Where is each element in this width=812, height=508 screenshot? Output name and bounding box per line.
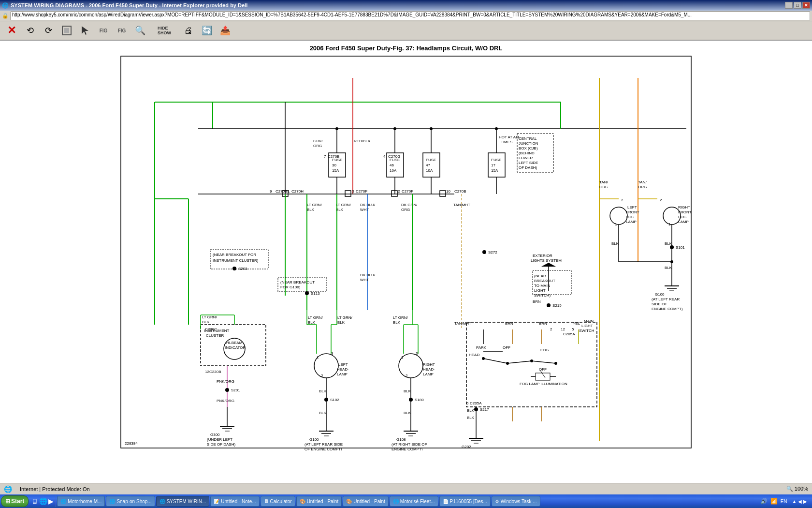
taskbar-item-7[interactable]: 🌐Motorisé Fleet... <box>390 496 438 507</box>
close-toolbar-btn[interactable]: ✕ <box>3 22 20 39</box>
window-title: SYSTEM WIRING DIAGRAMS - 2006 Ford F450 … <box>11 2 247 8</box>
status-text: Internet | Protected Mode: On <box>20 486 90 492</box>
svg-text:TAN/MHT: TAN/MHT <box>454 321 471 326</box>
svg-text:ORG: ORG <box>638 185 647 189</box>
svg-text:SIDE OF DASH): SIDE OF DASH) <box>207 442 235 447</box>
taskbar-item-4[interactable]: 🖩Calculator <box>261 496 295 507</box>
svg-text:LAMP: LAMP <box>337 372 348 376</box>
svg-point-264 <box>506 362 509 365</box>
maximize-btn[interactable]: □ <box>794 2 801 9</box>
svg-text:EXTERIOR: EXTERIOR <box>533 254 552 258</box>
title-bar-left: 🌐 SYSTEM WIRING DIAGRAMS - 2006 Ford F45… <box>2 2 247 9</box>
svg-text:MAIN: MAIN <box>584 319 594 323</box>
svg-text:LAMP: LAMP <box>423 372 434 376</box>
svg-point-145 <box>670 245 674 249</box>
svg-point-82 <box>335 127 338 130</box>
svg-text:G202: G202 <box>462 445 471 449</box>
svg-text:15A: 15A <box>332 168 339 173</box>
svg-text:FUSE: FUSE <box>491 158 501 162</box>
svg-text:1: 1 <box>668 222 671 226</box>
start-button[interactable]: ⊞ Start <box>1 495 29 507</box>
fig2-btn[interactable]: FIG <box>113 22 130 39</box>
diagram-container: 2006 Ford F450 Super Duty-Fig. 37: Headl… <box>0 41 812 494</box>
svg-text:2: 2 <box>321 374 323 378</box>
browser-icon: 🌐 <box>2 2 9 9</box>
address-bar: 🔒 http://www.shopkey5.com/mric/common/as… <box>0 11 812 21</box>
search-btn[interactable]: 🔍 <box>131 22 149 39</box>
svg-text:6: 6 <box>466 401 469 405</box>
svg-text:TAN/: TAN/ <box>599 180 608 184</box>
svg-text:G300: G300 <box>210 433 220 437</box>
svg-text:LIGHT: LIGHT <box>534 288 546 293</box>
svg-text:2: 2 <box>621 198 624 202</box>
svg-text:ORG: ORG <box>401 208 410 212</box>
svg-text:FOG: FOG <box>626 215 634 219</box>
svg-text:C220C: C220C <box>205 327 217 331</box>
taskbar-item-5[interactable]: 🎨Untitled - Paint <box>296 496 342 507</box>
cursor-btn[interactable] <box>76 22 94 39</box>
svg-point-85 <box>495 127 498 130</box>
svg-text:10A: 10A <box>390 168 397 173</box>
system-tray: 🔊 📶 EN ▲ ◀ ▶ <box>760 498 811 505</box>
svg-text:SWITCH): SWITCH) <box>534 293 551 298</box>
prev-btn[interactable]: ⟲ <box>21 22 39 39</box>
svg-text:FRONT: FRONT <box>626 210 639 214</box>
svg-text:S113: S113 <box>311 291 320 296</box>
wmp-icon[interactable]: ▶ <box>48 497 54 505</box>
taskbar-item-6[interactable]: 🎨Untitled - Paint <box>343 496 389 507</box>
taskbar-item-3[interactable]: 📝Untitled - Note... <box>210 496 259 507</box>
svg-text:ORG: ORG <box>599 185 608 189</box>
fig-btn[interactable]: FIG <box>95 22 112 39</box>
svg-text:ORG: ORG <box>313 144 322 148</box>
address-input[interactable]: http://www.shopkey5.com/mric/common/asp/… <box>11 12 810 20</box>
close-btn[interactable]: ✕ <box>802 2 810 9</box>
svg-point-265 <box>530 359 533 362</box>
svg-point-83 <box>393 127 396 130</box>
hide-show-btn[interactable]: HIDESHOW <box>150 22 179 39</box>
svg-text:LEFT: LEFT <box>338 362 348 367</box>
svg-point-177 <box>225 388 229 392</box>
svg-text:BLK: BLK <box>202 320 210 324</box>
svg-text:FOG LAMP ILLUMINATION: FOG LAMP ILLUMINATION <box>520 382 567 386</box>
clock: ▲ ◀ ▶ <box>790 499 809 504</box>
export-btn[interactable]: 📤 <box>217 22 234 39</box>
svg-text:PARK: PARK <box>476 345 487 350</box>
svg-point-84 <box>430 127 433 130</box>
svg-text:BLK: BLK <box>319 389 327 393</box>
show-desktop-icon[interactable]: 🖥 <box>31 497 38 505</box>
taskbar-item-0[interactable]: 🌐Motorhome M... <box>57 496 105 507</box>
wiring-diagram: FUSE 30 15A FUSE 46 10A FUSE 47 10A FUSE… <box>116 54 696 450</box>
fitpage-btn[interactable] <box>58 22 75 39</box>
taskbar-item-9[interactable]: ⚙Windows Task ... <box>492 496 540 507</box>
svg-text:C220B: C220B <box>209 370 221 374</box>
svg-text:ENGINE COMPT): ENGINE COMPT) <box>652 307 683 311</box>
svg-text:LIGHT: LIGHT <box>581 324 593 328</box>
taskbar-item-1[interactable]: 🌐Snap-on Shop... <box>106 496 155 507</box>
print-btn[interactable]: 🖨 <box>180 22 197 39</box>
svg-text:46: 46 <box>390 163 394 167</box>
svg-text:1: 1 <box>317 355 319 359</box>
svg-text:S180: S180 <box>415 398 424 402</box>
svg-text:S201: S201 <box>231 388 240 392</box>
svg-text:C205A: C205A <box>470 401 482 405</box>
svg-text:BLK: BLK <box>308 320 316 325</box>
quick-launch: 🖥 🌐 ▶ <box>29 495 56 507</box>
refresh-btn[interactable]: 🔄 <box>198 22 216 39</box>
svg-text:(AT RIGHT SIDE OF: (AT RIGHT SIDE OF <box>392 442 427 447</box>
svg-text:LT GRN/: LT GRN/ <box>308 315 323 320</box>
svg-text:LEFT SIDE: LEFT SIDE <box>519 161 538 165</box>
taskbar-item-2[interactable]: 🌐SYSTEM WIRIN... <box>156 496 210 507</box>
next-btn[interactable]: ⟳ <box>40 22 57 39</box>
svg-text:(UNDER LEFT: (UNDER LEFT <box>207 437 232 442</box>
svg-text:DK BLU/: DK BLU/ <box>360 203 376 207</box>
svg-point-277 <box>474 407 478 411</box>
svg-text:DK BLU/: DK BLU/ <box>360 273 376 277</box>
ie-icon[interactable]: 🌐 <box>39 497 47 505</box>
taskbar-item-8[interactable]: 📄P1160055 [Des... <box>439 496 491 507</box>
svg-text:SIDE OF: SIDE OF <box>652 302 667 306</box>
svg-text:LOWER: LOWER <box>519 156 533 160</box>
minimize-btn[interactable]: _ <box>785 2 793 9</box>
svg-text:7: 7 <box>324 154 326 159</box>
svg-text:C205A: C205A <box>563 332 575 336</box>
svg-text:228384: 228384 <box>125 441 138 446</box>
